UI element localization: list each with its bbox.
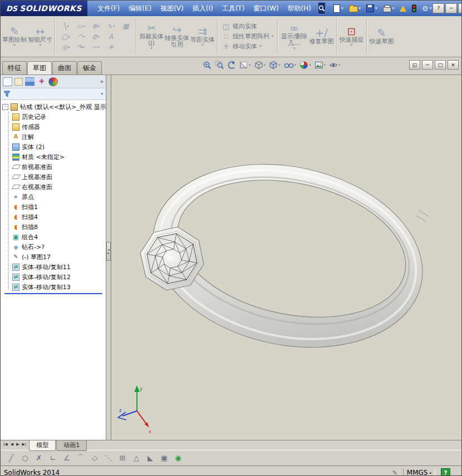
tree-item-sweep8[interactable]: ◖扫描8 [6, 222, 106, 232]
featuremanager-tab-icon[interactable] [3, 77, 12, 86]
tree-root-item[interactable]: - 钻戒 (默认<<默认>_外观 显示... [2, 102, 106, 112]
edit-appearance-button[interactable]: ▾ [299, 60, 312, 70]
doc-pin-button[interactable]: ◱ [409, 60, 420, 70]
print-button[interactable]: ▾ [382, 3, 396, 13]
point-tool-button[interactable]: ✳ [104, 42, 118, 52]
circle-tool-button[interactable]: ⊕▾ [89, 21, 103, 31]
tab-sketch[interactable]: 草图 [27, 61, 52, 75]
rapid-sketch-button[interactable]: ✎ 快速草图 [369, 17, 395, 56]
menu-tools[interactable]: 工具(T) [218, 1, 249, 16]
display-delete-relations-button[interactable]: ∞ 显示/删除几... ▾ [280, 17, 309, 56]
tab-nav-last-icon[interactable]: ▶| [21, 442, 28, 447]
rebuild-button[interactable] [411, 3, 417, 13]
tab-surfaces[interactable]: 曲面 [52, 61, 77, 75]
minimize-button[interactable]: ─ [445, 3, 457, 13]
menu-window[interactable]: 窗口(W) [249, 1, 283, 16]
snap-tangent-icon[interactable]: △ [131, 454, 141, 462]
spline-tool-button[interactable]: ∿▾ [104, 21, 118, 31]
tree-item-right-plane[interactable]: 右视基准面 [6, 182, 106, 192]
snap-quadrant-icon[interactable]: ◣ [145, 454, 155, 462]
tree-item-solid-bodies[interactable]: 实体 (2) [6, 142, 106, 152]
repair-sketch-button[interactable]: +/ 修复草图 [309, 17, 335, 56]
tree-item-combine4[interactable]: ▣组合4 [6, 232, 106, 242]
arc-tool-button[interactable]: ◠▾ [73, 32, 88, 42]
tree-item-sweep4[interactable]: ◖扫描4 [6, 212, 106, 222]
offset-entities-button[interactable]: ⇉ 等距实体 ▾ [190, 17, 215, 56]
tab-nav-next-icon[interactable]: ▶ [15, 442, 20, 447]
menu-insert[interactable]: 插入(I) [188, 1, 218, 16]
tangent-arc-button[interactable]: ↷▾ [73, 42, 88, 52]
menu-file[interactable]: 文件(F) [93, 1, 124, 16]
display-style-button[interactable]: ▾ [268, 60, 281, 70]
zoom-area-button[interactable] [214, 60, 224, 70]
tree-item-sweep1[interactable]: ◖扫描1 [6, 202, 106, 212]
tab-animation1[interactable]: 动画1 [56, 440, 87, 451]
tree-item-move-copy11[interactable]: ⇄实体-移动/复制11 [6, 262, 106, 272]
menu-view[interactable]: 视图(V) [156, 1, 188, 16]
tree-item-annotations[interactable]: A注解 [6, 132, 106, 142]
tree-item-front-plane[interactable]: 前视基准面 [6, 162, 106, 172]
save-button[interactable]: ▾ [365, 3, 379, 13]
maximize-button[interactable]: □ [458, 3, 462, 13]
previous-view-button[interactable] [227, 60, 237, 70]
smart-dimension-button[interactable]: ↔ 智能尺寸 ▾ [27, 17, 53, 56]
section-view-button[interactable]: ▾ [239, 60, 252, 70]
move-entities-button[interactable]: ✛ 移动实体 ▾ [222, 42, 274, 51]
tree-item-diamond[interactable]: ◆钻石->? [6, 242, 106, 252]
dimxpert-tab-icon[interactable]: ✚ [37, 77, 46, 86]
construction-rect-button[interactable]: ▦ [119, 21, 133, 31]
filter-dropdown-caret[interactable]: ▾ [101, 92, 103, 96]
tab-model[interactable]: 模型 [29, 440, 56, 451]
zoom-fit-button[interactable] [202, 60, 212, 70]
tree-item-sketch17[interactable]: ✎(-) 草图17 [6, 252, 106, 262]
displaymanager-tab-icon[interactable] [48, 77, 58, 86]
units-selector[interactable]: MMGS ▴ [403, 468, 435, 476]
snap-arc-icon[interactable]: ⌒ [76, 453, 86, 463]
apply-scene-button[interactable]: ▾ [314, 60, 327, 70]
view-settings-button[interactable]: ▾ [328, 60, 341, 70]
snap-perpendicular-icon[interactable]: ∟ [48, 454, 58, 462]
doc-close-button[interactable]: ✕ [448, 60, 459, 70]
snap-box-icon[interactable]: ▣ [159, 454, 169, 462]
rollback-bar[interactable] [4, 293, 102, 294]
snap-grid-icon[interactable]: ⊞ [117, 454, 127, 462]
tree-root-expander[interactable]: - [2, 104, 8, 110]
search-button[interactable] [318, 2, 326, 14]
tree-item-material[interactable]: 材质 <未指定> [6, 152, 106, 162]
snap-intersection-icon[interactable]: ✗ [34, 454, 44, 462]
panel-splitter[interactable]: ◂▸ [106, 75, 111, 440]
splitter-grip[interactable]: ◂▸ [106, 242, 111, 261]
menu-edit[interactable]: 编辑(E) [124, 1, 156, 16]
snap-angle-icon[interactable]: ∠ [62, 454, 72, 462]
rectangle-tool-button[interactable]: ▭▾ [73, 21, 88, 31]
menu-help[interactable]: 帮助(H) [283, 1, 316, 16]
snap-midpoint-icon[interactable]: ◇ [90, 454, 100, 462]
new-document-button[interactable]: ▾ [332, 3, 345, 14]
status-help-button[interactable]: ? [441, 468, 450, 476]
tree-item-move-copy12[interactable]: ⇄实体-移动/复制12 [6, 272, 106, 282]
hide-show-items-button[interactable]: ▾ [283, 60, 297, 70]
tree-item-top-plane[interactable]: 上视基准面 [6, 172, 106, 182]
trim-entities-button[interactable]: ✂ 剪裁实体(J) ▾ [139, 17, 164, 56]
warning-button[interactable] [399, 4, 407, 13]
tab-nav-prev-icon[interactable]: ◀ [9, 442, 14, 447]
line-tool-button[interactable]: ╲▾ [58, 21, 73, 31]
ellipse-tool-button[interactable]: ⊘▾ [89, 32, 103, 42]
snap-enabled-icon[interactable]: ◉ [173, 454, 183, 462]
linear-sketch-pattern-button[interactable]: ∷ 线性草图阵列 ▾ [222, 32, 274, 41]
tree-item-history[interactable]: 历史记录 [6, 112, 106, 122]
corner-rectangle-button[interactable]: ▢▾ [58, 32, 73, 42]
tree-item-sensors[interactable]: 传感器 [6, 122, 106, 132]
mirror-entities-button[interactable]: ◫ 镜向实体 [222, 22, 274, 31]
snap-nearest-icon[interactable]: ⋱ [104, 454, 114, 462]
snap-line-icon[interactable]: ╱ [6, 454, 16, 462]
convert-entities-button[interactable]: ↪ 转换实体引用 [164, 17, 190, 56]
options-button[interactable]: ⚙▾ [421, 4, 432, 13]
fillet-tool-button[interactable]: ⌐▾ [89, 42, 103, 52]
panel-expand-chevron[interactable]: » [100, 78, 104, 85]
tree-item-move-copy13[interactable]: ⇄实体-移动/复制13 [6, 282, 106, 292]
tree-filter-bar[interactable]: ▾ [1, 88, 106, 100]
configurationmanager-tab-icon[interactable] [25, 77, 35, 86]
snap-circle-icon[interactable]: ○ [20, 454, 30, 462]
doc-minimize-button[interactable]: ─ [422, 60, 433, 70]
